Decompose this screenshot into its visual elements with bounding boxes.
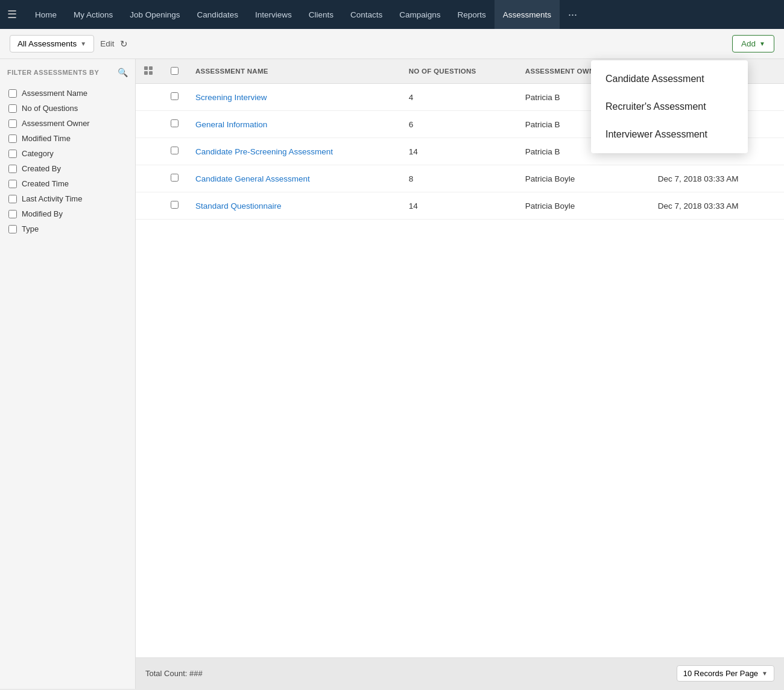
nav-item-clients[interactable]: Clients: [300, 0, 342, 29]
nav-item-home[interactable]: Home: [27, 0, 65, 29]
assessment-name-link[interactable]: Candidate General Assessment: [195, 174, 310, 183]
row-checkbox-cell[interactable]: [162, 138, 187, 165]
filter-checkbox-category[interactable]: [8, 150, 17, 158]
search-icon[interactable]: 🔍: [118, 68, 128, 77]
filter-checkbox-no-of-questions[interactable]: [8, 104, 17, 113]
nav-item-job-openings[interactable]: Job Openings: [121, 0, 188, 29]
nav-more-icon[interactable]: ···: [560, 0, 586, 29]
col-header-no-of-questions: NO OF QUESTIONS: [400, 59, 517, 84]
nav-item-campaigns[interactable]: Campaigns: [391, 0, 449, 29]
svg-rect-2: [144, 71, 148, 75]
nav-items: Home My Actions Job Openings Candidates …: [27, 0, 777, 29]
row-questions: 4: [400, 84, 517, 111]
main-layout: FILTER ASSESSMENTS BY 🔍 Assessment Name …: [0, 59, 784, 689]
filter-label-modified-by: Modified By: [22, 209, 63, 218]
svg-rect-1: [149, 66, 153, 70]
nav-item-contacts[interactable]: Contacts: [342, 0, 391, 29]
filter-item-created-time[interactable]: Created Time: [7, 176, 128, 191]
nav-item-candidates[interactable]: Candidates: [189, 0, 247, 29]
add-chevron-icon: ▼: [759, 40, 765, 47]
sidebar-filter-title: FILTER ASSESSMENTS BY: [7, 69, 99, 76]
row-owner: Patricia Boyle: [517, 192, 650, 220]
filter-label-assessment-name: Assessment Name: [22, 89, 87, 98]
row-modified: Dec 7, 2018 03:33 AM: [650, 192, 784, 220]
filter-item-modified-by[interactable]: Modified By: [7, 206, 128, 221]
hamburger-icon[interactable]: ☰: [7, 8, 17, 21]
nav-item-assessments[interactable]: Assessments: [495, 0, 560, 29]
assessment-name-link[interactable]: General Information: [195, 120, 267, 129]
filter-checkbox-last-activity-time[interactable]: [8, 195, 17, 203]
nav-item-interviews[interactable]: Interviews: [247, 0, 300, 29]
filter-checkbox-modified-by[interactable]: [8, 210, 17, 218]
toolbar-left: All Assessments ▼ Edit ↻: [10, 35, 726, 52]
filter-checkbox-assessment-owner[interactable]: [8, 119, 17, 128]
filter-item-last-activity-time[interactable]: Last Activity Time: [7, 191, 128, 206]
refresh-icon[interactable]: ↻: [120, 39, 128, 49]
add-dropdown-menu: Candidate Assessment Recruiter's Assessm…: [591, 60, 748, 153]
row-questions: 6: [400, 111, 517, 138]
filter-item-assessment-owner[interactable]: Assessment Owner: [7, 116, 128, 131]
row-questions: 8: [400, 165, 517, 192]
sidebar-header: FILTER ASSESSMENTS BY 🔍: [7, 68, 128, 77]
row-checkbox-0[interactable]: [171, 92, 179, 100]
all-assessments-button[interactable]: All Assessments ▼: [10, 35, 94, 52]
add-label: Add: [741, 39, 756, 48]
row-drag-handle: [136, 192, 162, 220]
filter-label-no-of-questions: No of Questions: [22, 104, 78, 113]
col-layout-icon: [136, 59, 162, 84]
assessment-name-link[interactable]: Screening Interview: [195, 93, 267, 102]
row-assessment-name: Screening Interview: [187, 84, 400, 111]
table-footer: Total Count: ### 10 Records Per Page ▼: [136, 657, 784, 689]
table-row: Candidate General Assessment 8 Patricia …: [136, 165, 784, 192]
svg-rect-0: [144, 66, 148, 70]
row-drag-handle: [136, 84, 162, 111]
row-checkbox-cell[interactable]: [162, 165, 187, 192]
dropdown-item-recruiters-assessment[interactable]: Recruiter's Assessment: [591, 93, 748, 121]
assessment-name-link[interactable]: Standard Questionnaire: [195, 201, 282, 210]
filter-item-assessment-name[interactable]: Assessment Name: [7, 86, 128, 101]
row-checkbox-2[interactable]: [171, 147, 179, 154]
dropdown-item-candidate-assessment[interactable]: Candidate Assessment: [591, 65, 748, 93]
records-per-page-label: 10 Records Per Page: [683, 669, 758, 678]
filter-item-category[interactable]: Category: [7, 146, 128, 161]
edit-button[interactable]: Edit: [100, 39, 114, 48]
add-button[interactable]: Add ▼: [732, 35, 774, 52]
row-owner: Patricia Boyle: [517, 165, 650, 192]
row-checkbox-cell[interactable]: [162, 84, 187, 111]
filter-item-created-by[interactable]: Created By: [7, 161, 128, 176]
filter-checkbox-created-time[interactable]: [8, 180, 17, 188]
all-assessments-label: All Assessments: [17, 39, 77, 48]
nav-item-reports[interactable]: Reports: [449, 0, 495, 29]
row-checkbox-3[interactable]: [171, 174, 179, 182]
filter-item-type[interactable]: Type: [7, 221, 128, 236]
row-assessment-name: Standard Questionnaire: [187, 192, 400, 220]
total-count-label: Total Count: ###: [145, 669, 203, 678]
row-checkbox-1[interactable]: [171, 119, 179, 127]
col-header-assessment-name: ASSESSMENT NAME: [187, 59, 400, 84]
nav-item-my-actions[interactable]: My Actions: [65, 0, 121, 29]
row-drag-handle: [136, 111, 162, 138]
row-drag-handle: [136, 165, 162, 192]
assessment-name-link[interactable]: Candidate Pre-Screening Assessment: [195, 147, 333, 156]
row-assessment-name: General Information: [187, 111, 400, 138]
row-modified: Dec 7, 2018 03:33 AM: [650, 165, 784, 192]
filter-label-category: Category: [22, 149, 54, 158]
records-per-page-select[interactable]: 10 Records Per Page ▼: [677, 665, 774, 682]
select-all-checkbox[interactable]: [171, 67, 179, 75]
filter-checkbox-assessment-name[interactable]: [8, 89, 17, 98]
row-checkbox-cell[interactable]: [162, 192, 187, 220]
filter-label-created-time: Created Time: [22, 179, 69, 188]
row-checkbox-cell[interactable]: [162, 111, 187, 138]
filter-checkbox-type[interactable]: [8, 225, 17, 233]
filter-item-no-of-questions[interactable]: No of Questions: [7, 101, 128, 116]
filter-checkbox-modified-time[interactable]: [8, 135, 17, 143]
filter-item-modified-time[interactable]: Modified Time: [7, 131, 128, 146]
filter-label-last-activity-time: Last Activity Time: [22, 194, 82, 203]
row-questions: 14: [400, 192, 517, 220]
svg-rect-3: [149, 71, 153, 75]
col-select-all[interactable]: [162, 59, 187, 84]
row-checkbox-4[interactable]: [171, 201, 179, 209]
filter-checkbox-created-by[interactable]: [8, 165, 17, 173]
dropdown-item-interviewer-assessment[interactable]: Interviewer Assessment: [591, 121, 748, 148]
filter-label-type: Type: [22, 224, 39, 233]
